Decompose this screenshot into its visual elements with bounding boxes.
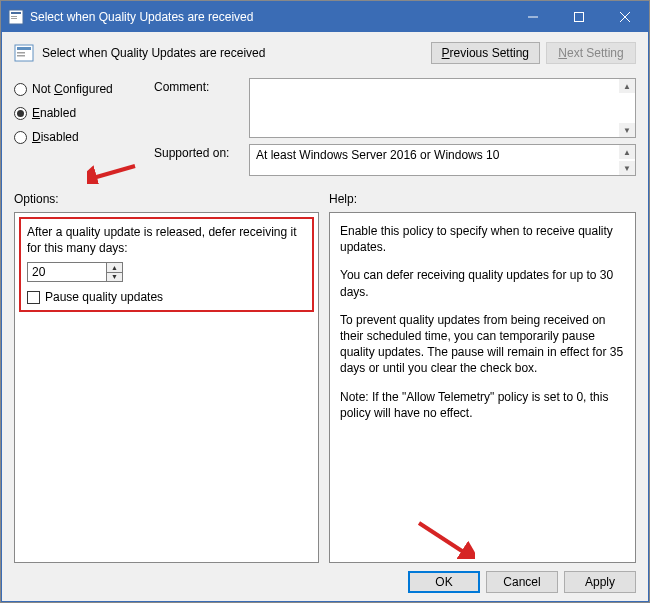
supported-on-box: At least Windows Server 2016 or Windows … — [249, 144, 636, 176]
policy-icon — [8, 9, 24, 25]
minimize-button[interactable] — [510, 2, 556, 32]
help-text: You can defer receiving quality updates … — [340, 267, 625, 299]
help-text: To prevent quality updates from being re… — [340, 312, 625, 377]
spinner-up-button[interactable]: ▲ — [107, 263, 122, 273]
spinner-down-button[interactable]: ▼ — [107, 273, 122, 282]
defer-days-input[interactable] — [27, 262, 107, 282]
help-label: Help: — [329, 192, 357, 206]
cancel-button[interactable]: Cancel — [486, 571, 558, 593]
scroll-down-icon[interactable]: ▼ — [619, 161, 635, 175]
previous-setting-button[interactable]: Previous Setting — [431, 42, 540, 64]
help-panel: Enable this policy to specify when to re… — [329, 212, 636, 563]
options-label: Options: — [14, 192, 329, 206]
close-button[interactable] — [602, 2, 648, 32]
ok-button[interactable]: OK — [408, 571, 480, 593]
page-title: Select when Quality Updates are received — [42, 46, 431, 60]
checkbox-icon — [27, 291, 40, 304]
pause-updates-label: Pause quality updates — [45, 290, 163, 304]
scroll-up-icon[interactable]: ▲ — [619, 79, 635, 93]
radio-label: Disabled — [32, 130, 79, 144]
supported-on-value: At least Windows Server 2016 or Windows … — [256, 148, 499, 162]
svg-rect-10 — [17, 52, 25, 54]
radio-label: Enabled — [32, 106, 76, 120]
svg-rect-1 — [11, 12, 21, 14]
highlight-annotation: After a quality update is released, defe… — [19, 217, 314, 312]
titlebar[interactable]: Select when Quality Updates are received — [2, 2, 648, 32]
radio-disabled[interactable]: Disabled — [14, 130, 154, 144]
svg-rect-3 — [11, 18, 17, 19]
scroll-down-icon[interactable]: ▼ — [619, 123, 635, 137]
svg-rect-11 — [17, 55, 25, 57]
radio-icon — [14, 107, 27, 120]
dialog-window: Select when Quality Updates are received… — [1, 1, 649, 602]
supported-label: Supported on: — [154, 144, 249, 176]
help-text: Enable this policy to specify when to re… — [340, 223, 625, 255]
help-text: Note: If the "Allow Telemetry" policy is… — [340, 389, 625, 421]
comment-textarea[interactable]: ▲ ▼ — [249, 78, 636, 138]
policy-header-icon — [14, 43, 34, 63]
maximize-button[interactable] — [556, 2, 602, 32]
next-setting-button[interactable]: Next Setting — [546, 42, 636, 64]
svg-rect-9 — [17, 47, 31, 50]
pause-updates-checkbox[interactable]: Pause quality updates — [27, 290, 306, 304]
apply-button[interactable]: Apply — [564, 571, 636, 593]
svg-rect-2 — [11, 16, 17, 17]
radio-icon — [14, 131, 27, 144]
radio-icon — [14, 83, 27, 96]
radio-enabled[interactable]: Enabled — [14, 106, 154, 120]
scroll-up-icon[interactable]: ▲ — [619, 145, 635, 159]
radio-label: Not Configured — [32, 82, 113, 96]
content-area: Select when Quality Updates are received… — [2, 32, 648, 601]
comment-label: Comment: — [154, 78, 249, 138]
svg-rect-5 — [575, 13, 584, 22]
options-panel: After a quality update is released, defe… — [14, 212, 319, 563]
defer-days-label: After a quality update is released, defe… — [27, 225, 306, 256]
radio-not-configured[interactable]: Not Configured — [14, 82, 154, 96]
window-title: Select when Quality Updates are received — [30, 10, 510, 24]
